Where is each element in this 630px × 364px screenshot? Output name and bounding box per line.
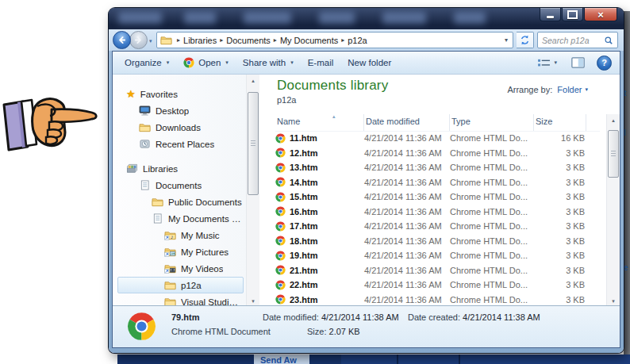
folder-pictures-icon xyxy=(164,247,176,257)
file-size: 3 KB xyxy=(534,221,586,231)
sidebar-item-recent-places[interactable]: Recent Places xyxy=(117,136,244,152)
file-row[interactable]: 16.htm4/21/2014 11:36 AMChrome HTML Do..… xyxy=(275,205,600,220)
toolbar-organize-button[interactable]: Organize▾ xyxy=(117,55,176,71)
breadcrumb-item-p12a[interactable]: p12a xyxy=(348,36,367,45)
arrange-by: Arrange by: Folder ▾ xyxy=(507,85,588,94)
minimize-icon xyxy=(547,16,554,18)
file-list: 11.htm4/21/2014 11:36 AMChrome HTML Do..… xyxy=(275,131,600,307)
search-icon xyxy=(604,36,613,45)
scrollbar-grip xyxy=(251,140,255,147)
file-modified: 4/21/2014 11:36 AM xyxy=(364,266,450,275)
client-area: Organize▾Open▾Share with▾E-mailNew folde… xyxy=(112,51,620,348)
titlebar-gloss xyxy=(118,12,162,24)
sidebar-scrollbar[interactable]: ▴ ▾ xyxy=(246,75,259,308)
file-name-cell: 19.htm xyxy=(275,251,364,261)
change-view-button[interactable]: ▾ xyxy=(533,56,561,71)
minimize-button[interactable] xyxy=(540,8,561,21)
sidebar-item-libraries[interactable]: Libraries xyxy=(117,160,244,177)
file-row[interactable]: 14.htm4/21/2014 11:36 AMChrome HTML Do..… xyxy=(275,175,600,190)
file-row[interactable]: 18.htm4/21/2014 11:36 AMChrome HTML Do..… xyxy=(275,234,600,249)
sidebar-item-favorites[interactable]: ★Favorites xyxy=(117,86,244,102)
sidebar-item-desktop[interactable]: Desktop xyxy=(117,102,244,119)
refresh-button[interactable] xyxy=(517,32,534,48)
preview-pane-button[interactable] xyxy=(567,55,589,71)
titlebar-gloss xyxy=(184,12,216,24)
titlebar-gloss xyxy=(454,12,486,24)
address-folder-icon xyxy=(160,35,172,45)
column-header-name[interactable]: Name ▴ xyxy=(275,114,364,131)
sidebar-item-my-pictures[interactable]: My Pictures xyxy=(117,243,244,260)
file-row[interactable]: 15.htm4/21/2014 11:36 AMChrome HTML Do..… xyxy=(275,190,600,205)
file-type: Chrome HTML Do... xyxy=(450,133,534,143)
search-placeholder: Search p12a xyxy=(542,36,604,45)
scroll-up-icon[interactable]: ▴ xyxy=(247,75,259,87)
sidebar-item-public-documents[interactable]: Public Documents xyxy=(117,193,244,210)
breadcrumb-item-libraries[interactable]: Libraries xyxy=(183,36,217,45)
library-doc-icon xyxy=(152,213,163,224)
file-row[interactable]: 12.htm4/21/2014 11:36 AMChrome HTML Do..… xyxy=(275,146,600,161)
breadcrumb-item-documents[interactable]: Documents xyxy=(226,36,271,45)
scrollbar-thumb[interactable] xyxy=(248,92,259,195)
background-divider xyxy=(397,354,398,364)
arrange-by-value[interactable]: Folder xyxy=(557,85,582,94)
scrollbar-thumb[interactable] xyxy=(608,130,619,178)
column-headers: Name ▴ Date modified Type Size xyxy=(275,114,600,132)
chrome-icon xyxy=(183,57,194,68)
maximize-button[interactable] xyxy=(562,8,583,21)
breadcrumb-item-my-documents[interactable]: My Documents xyxy=(280,36,338,45)
back-arrow-icon xyxy=(117,35,127,45)
column-header-size[interactable]: Size xyxy=(534,114,586,131)
sidebar-item-my-documents-c[interactable]: My Documents (C:) xyxy=(117,210,244,227)
breadcrumb-separator: ▸ xyxy=(341,36,344,44)
column-header-type[interactable]: Type xyxy=(450,114,534,131)
back-button[interactable] xyxy=(113,31,131,49)
sidebar-item-my-videos[interactable]: My Videos xyxy=(117,260,244,277)
address-bar: ▾ ▸Libraries▸Documents▸My Documents▸p12a… xyxy=(109,29,624,51)
sidebar-item-label: Favorites xyxy=(140,90,178,99)
toolbar-share-with-button[interactable]: Share with▾ xyxy=(236,55,301,71)
sidebar-item-my-music[interactable]: ♪My Music xyxy=(117,227,244,243)
chevron-down-icon: ▾ xyxy=(167,59,170,66)
file-modified: 4/21/2014 11:36 AM xyxy=(364,295,450,305)
search-input[interactable]: Search p12a xyxy=(537,32,618,48)
address-dropdown-icon[interactable]: ▾ xyxy=(503,36,509,44)
file-row[interactable]: 13.htm4/21/2014 11:36 AMChrome HTML Do..… xyxy=(275,160,600,175)
sidebar-item-documents[interactable]: Documents xyxy=(117,177,244,193)
close-button[interactable]: × xyxy=(584,8,617,21)
file-type: Chrome HTML Do... xyxy=(450,148,534,158)
toolbar-new-folder-button[interactable]: New folder xyxy=(340,55,398,71)
recent-icon xyxy=(139,139,151,149)
background-window-edge: tle xyxy=(624,11,630,357)
explorer-window: × ▾ ▸Libraries▸Documents▸My Documents▸p1… xyxy=(109,8,624,353)
toolbar-open-button[interactable]: Open▾ xyxy=(176,54,236,71)
breadcrumb-items: ▸Libraries▸Documents▸My Documents▸p12a xyxy=(174,36,367,45)
breadcrumb-separator: ▸ xyxy=(177,36,180,44)
column-header-date-modified[interactable]: Date modified xyxy=(364,114,450,131)
file-row[interactable]: 19.htm4/21/2014 11:36 AMChrome HTML Do..… xyxy=(275,248,600,263)
chevron-down-icon: ▾ xyxy=(290,59,294,66)
forward-button[interactable] xyxy=(129,31,148,49)
sidebar-item-downloads[interactable]: Downloads xyxy=(117,119,244,136)
file-size: 3 KB xyxy=(534,163,586,172)
sidebar-item-p12a[interactable]: p12a xyxy=(117,277,244,293)
file-name: 17.htm xyxy=(290,221,317,231)
toolbar-e-mail-button[interactable]: E-mail xyxy=(301,55,341,71)
breadcrumb[interactable]: ▸Libraries▸Documents▸My Documents▸p12a ▾ xyxy=(156,32,513,48)
file-row[interactable]: 11.htm4/21/2014 11:36 AMChrome HTML Do..… xyxy=(275,131,600,146)
chevron-down-icon: ▾ xyxy=(225,59,229,66)
file-name-cell: 21.htm xyxy=(275,265,364,275)
titlebar[interactable]: × xyxy=(109,8,624,29)
file-type: Chrome HTML Do... xyxy=(450,266,534,275)
help-button[interactable]: ? xyxy=(597,56,612,71)
background-text-fragment: l xyxy=(624,128,626,137)
file-name-cell: 15.htm xyxy=(275,192,364,202)
scroll-up-icon[interactable]: ▴ xyxy=(607,114,620,127)
file-row[interactable]: 22.htm4/21/2014 11:36 AMChrome HTML Do..… xyxy=(275,278,600,293)
file-row[interactable]: 17.htm4/21/2014 11:36 AMChrome HTML Do..… xyxy=(275,219,600,234)
file-row[interactable]: 21.htm4/21/2014 11:36 AMChrome HTML Do..… xyxy=(275,263,600,278)
file-list-scrollbar[interactable]: ▴ ▾ xyxy=(606,114,620,308)
details-size: Size: 2.07 KB xyxy=(307,327,360,336)
file-modified: 4/21/2014 11:36 AM xyxy=(364,148,450,158)
screenshot-page: tle Send Aw × xyxy=(0,0,630,364)
recent-pages-chevron-icon[interactable]: ▾ xyxy=(149,38,152,44)
